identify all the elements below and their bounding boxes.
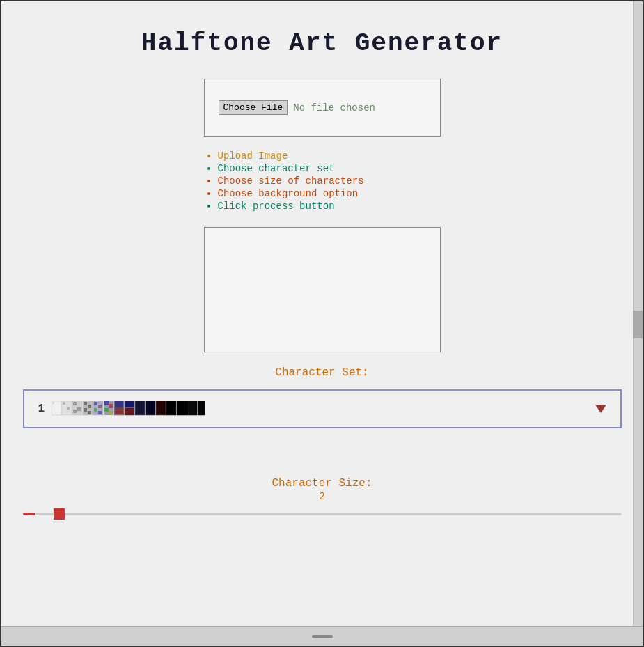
file-upload-box: Choose File No file chosen <box>204 79 441 137</box>
svg-rect-20 <box>104 401 109 405</box>
svg-rect-35 <box>157 401 165 414</box>
svg-rect-4 <box>67 407 70 410</box>
svg-rect-38 <box>177 401 187 415</box>
svg-rect-13 <box>88 411 91 414</box>
svg-rect-37 <box>167 401 175 414</box>
svg-rect-8 <box>73 410 77 413</box>
svg-rect-12 <box>84 408 87 412</box>
svg-rect-26 <box>115 407 123 414</box>
character-size-slider[interactable] <box>23 513 622 515</box>
svg-rect-40 <box>198 401 205 415</box>
page-wrapper: Halftone Art Generator Choose File No fi… <box>0 0 644 647</box>
choose-file-button[interactable]: Choose File <box>219 100 288 115</box>
character-set-label: Character Set: <box>275 366 368 379</box>
halftone-pattern-preview <box>52 401 606 416</box>
scrollbar-thumb[interactable] <box>633 311 643 338</box>
instruction-item-5: Click process button <box>218 201 441 212</box>
svg-rect-28 <box>125 401 134 407</box>
svg-rect-29 <box>125 408 134 415</box>
bottom-handle-icon <box>312 635 333 638</box>
scrollbar-track[interactable] <box>633 1 643 646</box>
halftone-svg <box>52 401 205 416</box>
instruction-item-1: Upload Image <box>218 150 441 162</box>
no-file-label: No file chosen <box>293 102 375 114</box>
svg-rect-31 <box>136 401 144 414</box>
character-size-label: Character Size: <box>272 477 372 490</box>
svg-rect-18 <box>98 411 102 414</box>
page-title: Halftone Art Generator <box>141 29 503 58</box>
svg-rect-33 <box>146 401 155 414</box>
svg-rect-17 <box>94 408 97 412</box>
svg-rect-16 <box>98 405 102 408</box>
character-size-value: 2 <box>319 491 324 502</box>
svg-rect-25 <box>115 401 123 407</box>
instruction-item-3: Choose size of characters <box>218 176 441 187</box>
character-size-section: Character Size: 2 <box>23 477 622 515</box>
svg-rect-3 <box>63 402 65 405</box>
instruction-item-4: Choose background option <box>218 188 441 199</box>
svg-rect-22 <box>104 408 109 412</box>
bottom-bar <box>1 626 643 646</box>
svg-rect-7 <box>77 407 81 411</box>
svg-rect-15 <box>94 402 97 405</box>
svg-rect-39 <box>187 401 197 415</box>
instruction-item-2: Choose character set <box>218 163 441 174</box>
dropdown-arrow-icon[interactable] <box>595 405 606 413</box>
svg-rect-1 <box>52 402 54 404</box>
image-preview-box <box>204 227 441 352</box>
character-set-dropdown[interactable]: 1 <box>23 389 622 428</box>
svg-rect-21 <box>109 404 113 408</box>
dropdown-index: 1 <box>38 403 45 415</box>
svg-rect-6 <box>73 402 77 405</box>
svg-rect-10 <box>84 402 87 405</box>
svg-rect-23 <box>109 411 113 415</box>
svg-rect-11 <box>88 405 91 408</box>
instructions-list: Upload Image Choose character set Choose… <box>204 150 441 213</box>
